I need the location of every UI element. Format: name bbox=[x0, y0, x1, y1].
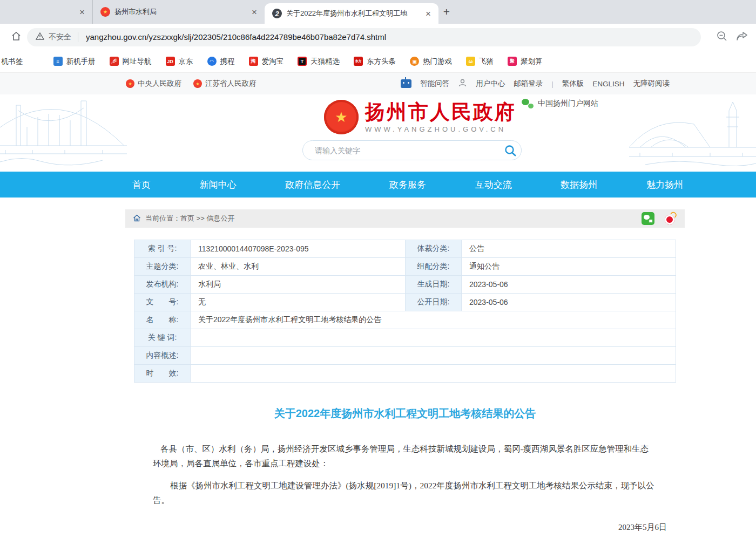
table-row: 文 号: 无 公开日期: 2023-05-06 bbox=[134, 294, 676, 311]
meta-label: 组配分类: bbox=[406, 258, 462, 276]
bookmark-tmall[interactable]: T 天猫精选 bbox=[298, 57, 340, 66]
gov-emblem-favicon: ★ bbox=[100, 7, 110, 17]
bookmark-ctrip[interactable]: ◠ 携程 bbox=[207, 57, 235, 66]
bookmark-taobao[interactable]: 淘 爱淘宝 bbox=[249, 57, 284, 66]
wechat-share-icon[interactable] bbox=[642, 212, 654, 225]
meta-label: 时 效: bbox=[134, 365, 191, 383]
person-icon bbox=[458, 78, 467, 89]
meta-value-group: 通知公告 bbox=[462, 258, 676, 276]
table-row: 发布机构: 水利局 生成日期: 2023-05-06 bbox=[134, 276, 676, 294]
site-name: 扬州市人民政府 bbox=[365, 101, 516, 124]
browser-tab-strip: × ★ 扬州市水利局 × 2 关于2022年度扬州市水利工程文明工地 × + bbox=[0, 0, 756, 24]
meta-value-title: 关于2022年度扬州市水利工程文明工地考核结果的公告 bbox=[191, 311, 676, 329]
url-field[interactable]: 不安全 yangzhou.gov.cn/yzszxxgk/slj/202305/… bbox=[27, 28, 701, 46]
fliggy-pig-icon: ω bbox=[466, 57, 475, 66]
jd-icon: JD bbox=[166, 57, 175, 66]
nav-news[interactable]: 新闻中心 bbox=[194, 179, 242, 191]
bridge-illustration-left bbox=[0, 94, 127, 172]
table-row: 关 键 词: bbox=[134, 329, 676, 347]
home-icon[interactable] bbox=[11, 31, 22, 44]
bookmark-phone[interactable]: 机书签 bbox=[1, 57, 23, 66]
bookmark-jd[interactable]: JD 京东 bbox=[166, 57, 193, 66]
tmall-icon: T bbox=[298, 57, 307, 66]
close-icon[interactable]: × bbox=[77, 6, 87, 18]
divider bbox=[78, 32, 78, 42]
meta-value-genre: 公告 bbox=[462, 240, 676, 258]
meta-label: 主题分类: bbox=[134, 258, 191, 276]
manual-book-icon: ≡ bbox=[53, 57, 63, 66]
search-input[interactable] bbox=[303, 146, 500, 155]
main-nav: 首页 新闻中心 政府信息公开 政务服务 互动交流 数据扬州 魅力扬州 bbox=[0, 172, 756, 198]
nav-info-disclosure[interactable]: 政府信息公开 bbox=[280, 179, 346, 191]
close-icon[interactable]: × bbox=[249, 6, 259, 18]
bookmark-site-nav[interactable]: 彡 网址导航 bbox=[110, 57, 152, 66]
gov-emblem-icon: ★ bbox=[126, 79, 134, 88]
meta-label: 索 引 号: bbox=[134, 240, 191, 258]
bookmark-juhuasuan[interactable]: 聚 聚划算 bbox=[508, 57, 543, 66]
bookmark-label: 天猫精选 bbox=[310, 57, 340, 66]
bookmark-toutiao[interactable]: 东方 东方头条 bbox=[354, 57, 396, 66]
national-emblem-icon: ★ bbox=[324, 100, 359, 134]
bookmark-label: 新机手册 bbox=[66, 57, 96, 66]
nav-interaction[interactable]: 互动交流 bbox=[470, 179, 517, 191]
meta-value-summary bbox=[191, 347, 676, 365]
zoom-out-icon[interactable] bbox=[716, 30, 728, 44]
weibo-share-icon[interactable] bbox=[664, 212, 677, 225]
url-text[interactable]: yangzhou.gov.cn/yzszxxgk/slj/202305/210c… bbox=[86, 32, 386, 42]
tab-partial[interactable]: × bbox=[0, 0, 93, 24]
new-tab-button[interactable]: + bbox=[438, 0, 455, 24]
bookmark-fliggy[interactable]: ω 飞猪 bbox=[466, 57, 494, 66]
meta-value-created-date: 2023-05-06 bbox=[462, 276, 676, 294]
nav-charm[interactable]: 魅力扬州 bbox=[641, 179, 688, 191]
document-meta-table: 索 引 号: 11321000014407098E-2023-095 体裁分类:… bbox=[134, 240, 676, 383]
link-central-gov[interactable]: ★ 中央人民政府 bbox=[126, 79, 181, 88]
bookmark-games[interactable]: ▣ 热门游戏 bbox=[410, 57, 452, 66]
smart-qa-link[interactable]: 智能问答 bbox=[420, 79, 449, 88]
tab-active-announcement[interactable]: 2 关于2022年度扬州市水利工程文明工地 × bbox=[265, 3, 438, 24]
table-row: 名 称: 关于2022年度扬州市水利工程文明工地考核结果的公告 bbox=[134, 311, 676, 329]
meta-label: 关 键 词: bbox=[134, 329, 191, 347]
table-row: 索 引 号: 11321000014407098E-2023-095 体裁分类:… bbox=[134, 240, 676, 258]
security-label[interactable]: 不安全 bbox=[49, 32, 71, 42]
bridge-illustration-right bbox=[629, 94, 756, 172]
toutiao-icon: 东方 bbox=[354, 57, 363, 66]
bookmark-manual[interactable]: ≡ 新机手册 bbox=[53, 57, 96, 66]
meta-value-keywords bbox=[191, 329, 676, 347]
divider: | bbox=[551, 80, 554, 88]
gov-link-label: 江苏省人民政府 bbox=[205, 79, 256, 88]
site-header: ★ 扬州市人民政府 WWW.YANGZHOU.GOV.CN 中国扬州门户网站 bbox=[0, 94, 756, 172]
meta-value-index-number: 11321000014407098E-2023-095 bbox=[191, 240, 406, 258]
site-url: WWW.YANGZHOU.GOV.CN bbox=[365, 125, 516, 133]
tab-water-bureau[interactable]: ★ 扬州市水利局 × bbox=[93, 0, 265, 24]
breadcrumb-text[interactable]: 当前位置：首页 >> 信息公开 bbox=[145, 214, 234, 223]
bookmarks-bar: 机书签 ≡ 新机手册 彡 网址导航 JD 京东 ◠ 携程 淘 爱淘宝 T 天猫精… bbox=[0, 50, 756, 73]
share-icon[interactable] bbox=[735, 30, 748, 44]
site-logo[interactable]: ★ 扬州市人民政府 WWW.YANGZHOU.GOV.CN bbox=[324, 100, 516, 134]
accessibility-link[interactable]: 无障碍阅读 bbox=[633, 79, 670, 88]
bookmark-label: 京东 bbox=[179, 57, 193, 66]
table-row: 内容概述: bbox=[134, 347, 676, 365]
portal-badge[interactable]: 中国扬州门户网站 bbox=[522, 99, 598, 108]
traditional-link[interactable]: 繁体版 bbox=[562, 79, 584, 88]
search-icon[interactable] bbox=[500, 144, 521, 157]
nav-services[interactable]: 政务服务 bbox=[384, 179, 431, 191]
gov-link-label: 中央人民政府 bbox=[138, 79, 181, 88]
meta-label: 生成日期: bbox=[406, 276, 462, 294]
nav-data[interactable]: 数据扬州 bbox=[555, 179, 603, 191]
nav-home[interactable]: 首页 bbox=[127, 179, 156, 191]
english-link[interactable]: ENGLISH bbox=[592, 80, 624, 88]
link-jiangsu-gov[interactable]: ★ 江苏省人民政府 bbox=[193, 79, 256, 88]
user-center-link[interactable]: 用户中心 bbox=[476, 79, 505, 88]
address-bar: 不安全 yangzhou.gov.cn/yzszxxgk/slj/202305/… bbox=[0, 24, 756, 50]
wechat-icon bbox=[522, 99, 534, 108]
browser-logo-favicon: 2 bbox=[272, 9, 282, 18]
meta-label: 内容概述: bbox=[134, 347, 191, 365]
breadcrumb-home-icon[interactable] bbox=[133, 214, 141, 223]
close-icon[interactable]: × bbox=[423, 8, 433, 19]
article-paragraph: 各县（市、区）水利（务）局，扬州经济开发区城乡事务管理局，生态科技新城规划建设局… bbox=[153, 441, 656, 471]
mail-login-link[interactable]: 邮箱登录 bbox=[514, 79, 543, 88]
bookmark-label: 聚划算 bbox=[521, 57, 543, 66]
gov-top-band: ★ 中央人民政府 ★ 江苏省人民政府 智能问答 用户中心 邮箱登录 | 繁体版 … bbox=[0, 73, 756, 94]
article-title: 关于2022年度扬州市水利工程文明工地考核结果的公告 bbox=[125, 406, 685, 421]
tab-title: 扬州市水利局 bbox=[114, 7, 245, 17]
